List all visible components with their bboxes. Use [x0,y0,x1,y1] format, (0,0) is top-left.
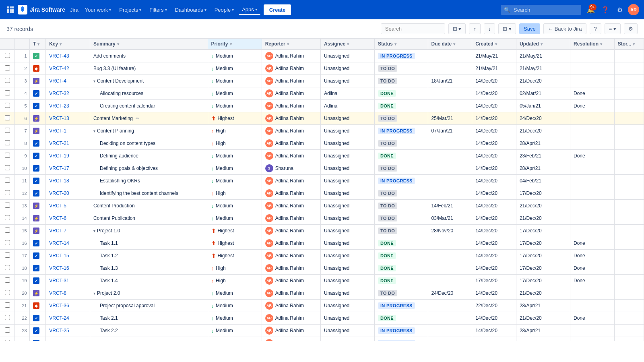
key-cell[interactable]: VRCT-25 [46,325,90,337]
row-checkbox-cell[interactable] [0,337,15,341]
row-checkbox[interactable] [5,178,10,183]
issue-link[interactable]: VRCT-43 [49,53,69,59]
col-status[interactable]: Status▾ [375,39,428,50]
row-checkbox[interactable] [5,228,10,233]
back-to-jira-button[interactable]: ← Back to Jira [543,23,586,34]
table-row[interactable]: 19 ✓ VRCT-31 Task 1.4 ↑High AR Adlina Ra… [0,275,644,287]
table-row[interactable]: 3 ⚡ VRCT-4 ▾Content Development ↓Medium … [0,75,644,87]
settings-link[interactable]: ⚙ [624,23,638,34]
table-row[interactable]: 4 ✓ VRCT-32 Allocating resources ↓Medium… [0,87,644,100]
key-cell[interactable]: VRCT-13 [46,112,90,125]
issue-link[interactable]: VRCT-42 [49,66,69,71]
row-checkbox-cell[interactable] [0,175,15,187]
key-cell[interactable]: VRCT-20 [46,187,90,200]
row-checkbox-cell[interactable] [0,325,15,337]
key-cell[interactable]: VRCT-42 [46,62,90,75]
row-checkbox-cell[interactable] [0,275,15,287]
issue-link[interactable]: VRCT-17 [49,165,69,171]
row-checkbox[interactable] [5,265,10,270]
jira-logo[interactable]: Jira Software [18,5,65,14]
row-checkbox-cell[interactable] [0,62,15,75]
sort-desc-button[interactable]: ↓ [484,23,495,34]
sort-asc-button[interactable]: ↑ [469,23,481,34]
grid-icon[interactable] [5,4,16,15]
issue-link[interactable]: VRCT-13 [49,116,69,121]
col-created[interactable]: Created▾ [472,39,516,50]
row-checkbox-cell[interactable] [0,237,15,250]
row-checkbox-cell[interactable] [0,225,15,237]
table-row[interactable]: 2 ◆ VRCT-42 Bug 3.3 (UI feature) ↓Medium… [0,62,644,75]
row-checkbox[interactable] [5,215,10,220]
row-checkbox-cell[interactable] [0,262,15,275]
key-cell[interactable]: VRCT-14 [46,237,90,250]
row-checkbox-cell[interactable] [0,50,15,62]
key-cell[interactable]: VRCT-32 [46,87,90,100]
issue-link[interactable]: VRCT-23 [49,103,69,109]
issue-link[interactable]: VRCT-18 [49,178,69,184]
issue-link[interactable]: VRCT-4 [49,78,66,84]
view-options-button[interactable]: ⊞ ▾ [498,23,516,34]
key-cell[interactable]: VRCT-5 [46,200,90,212]
nav-apps[interactable]: Apps ▾ [239,5,260,15]
help-button[interactable]: ❓ [599,3,612,16]
issue-link[interactable]: VRCT-5 [49,203,66,209]
issue-link[interactable]: VRCT-20 [49,190,69,196]
row-checkbox-cell[interactable] [0,125,15,137]
nav-people[interactable]: People ▾ [211,5,237,14]
save-button[interactable]: Save [519,23,540,34]
issue-link[interactable]: VRCT-36 [49,303,69,308]
jira-link[interactable]: Jira [70,7,78,13]
col-resolution[interactable]: Resolution▾ [570,39,615,50]
col-reporter[interactable]: Reporter▾ [262,39,320,50]
row-checkbox-cell[interactable] [0,287,15,300]
row-checkbox-cell[interactable] [0,100,15,112]
table-row[interactable]: 11 ✓ VRCT-18 Establishing OKRs ↓Medium A… [0,175,644,187]
col-updated[interactable]: Updated▾ [516,39,570,50]
nav-projects[interactable]: Projects ▾ [116,5,144,14]
key-cell[interactable]: VRCT-19 [46,150,90,162]
issue-link[interactable]: VRCT-21 [49,141,69,146]
row-checkbox[interactable] [5,252,10,258]
table-row[interactable]: 10 ✓ VRCT-17 Defining goals & objectives… [0,162,644,175]
table-row[interactable]: 12 ✓ VRCT-20 Identifying the best conten… [0,187,644,200]
col-type[interactable]: T▾ [29,39,46,50]
user-avatar[interactable]: AR [628,4,639,15]
issue-link[interactable]: VRCT-6 [49,215,66,221]
key-cell[interactable]: VRCT-8 [46,287,90,300]
table-row[interactable]: 17 ✓ VRCT-15 Task 1.2 ⬆Highest AR Adlina… [0,250,644,262]
row-checkbox[interactable] [5,103,10,108]
table-row[interactable]: 23 ✓ VRCT-25 Task 2.2 ↓Medium AR Adlina … [0,325,644,337]
notifications-button[interactable]: 🔔 9+ [584,3,597,16]
row-checkbox[interactable] [5,340,10,341]
row-checkbox-cell[interactable] [0,137,15,150]
row-checkbox[interactable] [5,128,10,133]
row-checkbox[interactable] [5,315,10,320]
key-cell[interactable]: VRCT-24 [46,312,90,325]
table-row[interactable]: 24 ✓ VRCT-26 Task 2.3 ↓Medium AR Adlina … [0,337,644,341]
more-options-button[interactable]: ≡ ▾ [605,23,621,34]
issue-link[interactable]: VRCT-15 [49,253,69,259]
row-checkbox[interactable] [5,53,10,58]
issue-link[interactable]: VRCT-1 [49,128,66,134]
row-checkbox-cell[interactable] [0,250,15,262]
table-row[interactable]: 22 ✓ VRCT-24 Task 2.1 ↓Medium AR Adlina … [0,312,644,325]
toolbar-search-input[interactable] [381,23,445,34]
key-cell[interactable]: VRCT-7 [46,225,90,237]
table-row[interactable]: 13 ⚡ VRCT-5 Content Production ↓Medium A… [0,200,644,212]
row-checkbox-cell[interactable] [0,187,15,200]
table-row[interactable]: 9 ✓ VRCT-19 Defining audience ↓Medium AR… [0,150,644,162]
issue-link[interactable]: VRCT-14 [49,240,69,246]
row-checkbox[interactable] [5,290,10,295]
collapse-arrow[interactable]: ▾ [93,79,95,83]
row-checkbox-cell[interactable] [0,112,15,125]
row-checkbox[interactable] [5,115,10,120]
collapse-arrow[interactable]: ▾ [93,229,95,233]
key-cell[interactable]: VRCT-1 [46,125,90,137]
issue-link[interactable]: VRCT-26 [49,340,69,341]
table-row[interactable]: 8 ✓ VRCT-21 Deciding on content types ↑H… [0,137,644,150]
key-cell[interactable]: VRCT-36 [46,300,90,312]
row-checkbox[interactable] [5,153,10,158]
search-input[interactable] [501,5,581,15]
col-assignee[interactable]: Assignee▾ [320,39,374,50]
issue-link[interactable]: VRCT-31 [49,278,69,283]
